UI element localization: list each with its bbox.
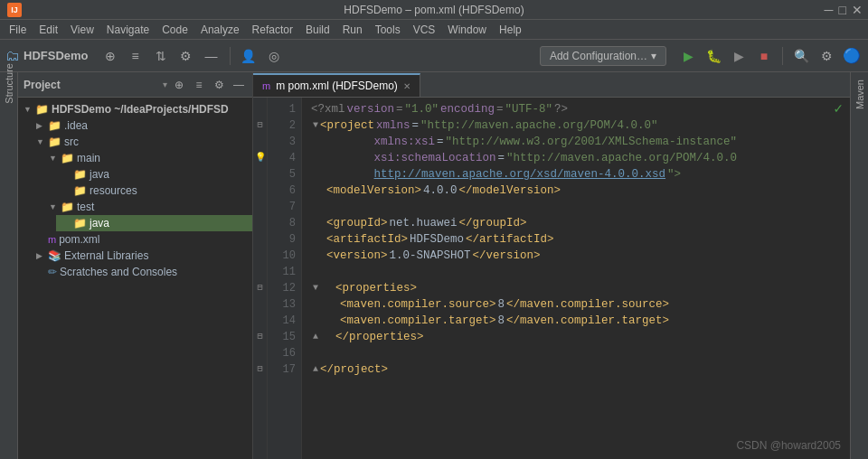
line-num-6: 6 [268, 183, 296, 199]
project-add-btn[interactable]: ⊕ [171, 77, 187, 93]
label-pom: pom.xml [59, 233, 99, 246]
line-num-17: 17 [268, 361, 296, 378]
tree-item-idea[interactable]: ▶ 📁 .idea [31, 117, 252, 134]
stop-button[interactable]: ■ [753, 45, 775, 67]
gutter-15[interactable]: ⊟ [253, 329, 267, 345]
editor-check-mark: ✓ [834, 101, 843, 117]
icon-scratches: ✏ [48, 266, 57, 278]
gutter-7 [253, 199, 267, 215]
run-button[interactable]: ▶ [677, 45, 699, 67]
tree-item-main[interactable]: ▼ 📁 main [43, 150, 252, 166]
update-button[interactable]: 🔵 [841, 45, 863, 67]
tab-pom-xml[interactable]: m m pom.xml (HDFSDemo) ✕ [253, 73, 420, 97]
tab-bar: m m pom.xml (HDFSDemo) ✕ [253, 72, 850, 98]
line-num-4: 4 [268, 150, 296, 166]
coverage-button[interactable]: ▶ [728, 45, 750, 67]
toolbar-add-btn[interactable]: ⊕ [99, 45, 121, 67]
fold-15[interactable]: ▲ [313, 329, 318, 345]
line-num-8: 8 [268, 215, 296, 231]
label-ext-libs: External Libraries [64, 249, 148, 262]
tree-item-src[interactable]: ▼ 📁 src [31, 134, 252, 150]
menu-edit[interactable]: Edit [33, 22, 63, 38]
tree-item-hdfs-root[interactable]: ▼ 📁 HDFSDemo ~/IdeaProjects/HDFSD [18, 101, 252, 117]
left-side-strip: Structure [0, 72, 18, 459]
search-button[interactable]: 🔍 [790, 45, 812, 67]
menu-refactor[interactable]: Refactor [247, 22, 298, 38]
add-configuration-button[interactable]: Add Configuration… ▾ [540, 46, 666, 66]
maximize-button[interactable]: □ [839, 3, 846, 17]
icon-main: 📁 [61, 152, 74, 164]
toolbar-nav-btn[interactable]: 👤 [238, 45, 259, 67]
line-num-9: 9 [268, 231, 296, 248]
add-config-label: Add Configuration… [550, 50, 647, 62]
project-title: Project [24, 79, 159, 91]
debug-button[interactable]: 🐛 [703, 45, 724, 67]
gutter-2[interactable]: ⊟ [253, 117, 267, 134]
tab-close-btn[interactable]: ✕ [403, 81, 410, 91]
gutter-12[interactable]: ⊟ [253, 280, 267, 296]
settings-button[interactable]: ⚙ [816, 45, 837, 67]
menu-file[interactable]: File [4, 22, 32, 38]
label-hdfs-root: HDFSDemo ~/IdeaProjects/HDFSD [52, 103, 229, 116]
editor-gutter: ⊟ 💡 ⊟ ⊟ ⊟ [253, 98, 268, 459]
line-num-14: 14 [268, 313, 296, 329]
menu-help[interactable]: Help [494, 22, 527, 38]
toolbar: 🗂 HDFSDemo ⊕ ≡ ⇅ ⚙ — 👤 ◎ Add Configurati… [0, 40, 868, 72]
gutter-13 [253, 296, 267, 313]
structure-tab[interactable]: Structure [2, 76, 16, 90]
line-numbers: 1 2 3 4 5 6 7 8 9 10 11 12 13 14 15 16 1… [268, 98, 302, 459]
project-scope-btn[interactable]: ≡ [191, 77, 207, 93]
fold-17[interactable]: ▲ [313, 361, 318, 378]
maven-label[interactable]: Maven [854, 72, 865, 117]
toolbar-target-btn[interactable]: ◎ [263, 45, 285, 67]
toolbar-list-btn[interactable]: ≡ [125, 45, 146, 67]
code-content[interactable]: <?xml version = "1.0" encoding = "UTF-8"… [302, 98, 850, 459]
arrow-hdfs-root: ▼ [24, 105, 33, 114]
menu-code[interactable]: Code [156, 22, 193, 38]
run-controls: ▶ 🐛 ▶ ■ [677, 45, 775, 67]
gutter-11 [253, 264, 267, 280]
gutter-16 [253, 345, 267, 361]
gutter-17[interactable]: ⊟ [253, 361, 267, 378]
tree-item-resources[interactable]: 📁 resources [56, 183, 252, 199]
tree-item-ext-libs[interactable]: ▶ 📚 External Libraries [31, 248, 252, 264]
project-close-btn[interactable]: — [231, 77, 247, 93]
tree-item-scratches[interactable]: ✏ Scratches and Consoles [31, 264, 252, 280]
tree-item-test[interactable]: ▼ 📁 test [43, 199, 252, 215]
main-area: Structure Project ▾ ⊕ ≡ ⚙ — ▼ 📁 HDFSDemo… [0, 72, 868, 459]
label-scratches: Scratches and Consoles [60, 266, 177, 278]
menu-run[interactable]: Run [337, 22, 368, 38]
gutter-9 [253, 231, 267, 248]
toolbar-sort-btn[interactable]: ⇅ [150, 45, 172, 67]
project-dropdown-arrow[interactable]: ▾ [163, 80, 167, 89]
window-controls[interactable]: ─ □ ✕ [825, 3, 863, 17]
line-num-16: 16 [268, 345, 296, 361]
code-line-13: <maven.compiler.source> 8 </maven.compil… [311, 296, 850, 313]
minimize-button[interactable]: ─ [825, 3, 834, 17]
tree-item-java[interactable]: 📁 java [56, 166, 252, 183]
code-editor[interactable]: ⊟ 💡 ⊟ ⊟ ⊟ 1 2 3 [253, 98, 850, 459]
fold-2[interactable]: ▼ [313, 117, 318, 134]
close-button[interactable]: ✕ [852, 3, 863, 17]
code-line-14: <maven.compiler.target> 8 </maven.compil… [311, 313, 850, 329]
menu-vcs[interactable]: VCS [408, 22, 441, 38]
menu-window[interactable]: Window [442, 22, 492, 38]
menu-navigate[interactable]: Navigate [101, 22, 155, 38]
menu-build[interactable]: Build [300, 22, 335, 38]
gutter-3 [253, 134, 267, 150]
menu-view[interactable]: View [65, 22, 99, 38]
icon-test: 📁 [61, 201, 74, 213]
gutter-8 [253, 215, 267, 231]
toolbar-gear-btn[interactable]: ⚙ [175, 45, 197, 67]
icon-src: 📁 [48, 136, 61, 148]
tree-item-pom[interactable]: m pom.xml [31, 231, 252, 248]
menu-analyze[interactable]: Analyze [195, 22, 245, 38]
tree-item-test-java[interactable]: 📁 java [56, 215, 252, 231]
project-settings-btn[interactable]: ⚙ [211, 77, 227, 93]
menu-tools[interactable]: Tools [370, 22, 406, 38]
fold-12[interactable]: ▼ [313, 280, 318, 296]
icon-hdfs-root: 📁 [35, 103, 49, 116]
maven-panel[interactable]: Maven [850, 72, 868, 459]
code-line-12: ▼ <properties> [311, 280, 850, 296]
toolbar-close-btn[interactable]: — [201, 45, 222, 67]
